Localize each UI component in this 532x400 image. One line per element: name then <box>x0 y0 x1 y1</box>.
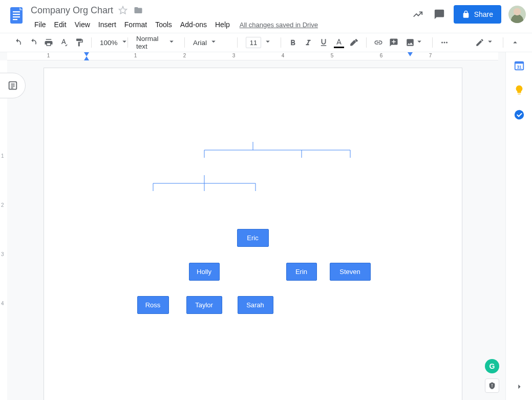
font-size-control[interactable] <box>243 36 275 49</box>
share-button[interactable]: Share <box>454 5 501 24</box>
title-meta: Company Org Chart File Edit View Insert … <box>31 4 411 31</box>
menu-bar: File Edit View Insert Format Tools Add-o… <box>31 18 411 31</box>
menu-format[interactable]: Format <box>121 19 151 30</box>
ruler-number: 1 <box>1 153 4 159</box>
explore-button[interactable] <box>485 378 499 393</box>
insert-image-button[interactable] <box>402 36 427 49</box>
bold-button[interactable] <box>286 36 300 49</box>
document-title[interactable]: Company Org Chart <box>31 5 113 16</box>
text-color-button[interactable] <box>332 36 346 49</box>
vertical-ruler[interactable]: 1234 <box>0 60 7 400</box>
svg-rect-4 <box>13 19 17 20</box>
account-avatar[interactable] <box>508 6 526 23</box>
add-comment-button[interactable] <box>387 36 400 49</box>
svg-marker-5 <box>119 7 127 14</box>
ruler-number: 2 <box>1 202 4 208</box>
chevron-down-icon <box>167 37 176 48</box>
org-node-holly[interactable]: Holly <box>189 263 220 281</box>
chevron-down-icon <box>209 37 218 48</box>
svg-rect-1 <box>13 11 20 12</box>
ruler-number: 5 <box>331 53 334 58</box>
org-node-steven[interactable]: Steven <box>330 263 371 281</box>
text-color-swatch <box>334 47 344 48</box>
more-tools-button[interactable] <box>438 36 451 49</box>
paragraph-style-value: Normal text <box>136 35 165 50</box>
svg-text:31: 31 <box>517 65 522 70</box>
font-size-input[interactable] <box>246 37 261 48</box>
ruler-number: 4 <box>282 53 285 58</box>
menu-file[interactable]: File <box>31 19 50 30</box>
print-button[interactable] <box>42 36 55 49</box>
org-node-taylor[interactable]: Taylor <box>186 296 222 314</box>
svg-rect-3 <box>13 16 20 17</box>
svg-rect-24 <box>515 62 523 64</box>
horizontal-ruler[interactable]: 11234567 <box>7 52 498 60</box>
zoom-dropdown[interactable]: 100% <box>97 36 122 49</box>
paragraph-style-dropdown[interactable]: Normal text <box>133 36 179 49</box>
redo-button[interactable] <box>27 36 40 49</box>
move-to-folder-icon[interactable] <box>134 6 143 15</box>
tasks-addon-icon[interactable] <box>510 106 528 124</box>
side-panel-expand-icon[interactable] <box>514 382 524 394</box>
org-node-erin[interactable]: Erin <box>286 263 317 281</box>
lock-icon <box>462 10 470 18</box>
italic-button[interactable] <box>302 36 315 49</box>
floating-badges: G <box>485 359 499 393</box>
font-dropdown[interactable]: Arial <box>190 36 232 49</box>
comments-icon[interactable] <box>432 7 446 22</box>
ruler-number: 6 <box>380 53 383 58</box>
docs-logo[interactable] <box>6 5 27 26</box>
ruler-number: 2 <box>183 53 186 58</box>
ruler-number: 4 <box>1 301 4 306</box>
editing-mode-button[interactable] <box>472 36 498 49</box>
highlight-button[interactable] <box>348 36 361 49</box>
toolbar: 100% Normal text Arial <box>0 33 532 52</box>
org-chart-connectors <box>99 124 407 227</box>
ruler-number: 3 <box>1 251 4 257</box>
ruler-number: 1 <box>134 53 137 58</box>
grammarly-icon[interactable]: G <box>485 359 499 373</box>
title-right-cluster: Share <box>411 4 526 24</box>
underline-button[interactable] <box>317 36 330 49</box>
document-scroll-area[interactable]: 11234567 1234 <box>0 52 505 400</box>
ruler-number: 3 <box>232 53 236 58</box>
collapse-toolbar-button[interactable] <box>508 36 522 49</box>
svg-point-8 <box>446 42 448 44</box>
zoom-value: 100% <box>100 39 118 47</box>
menu-tools[interactable]: Tools <box>152 19 176 30</box>
menu-addons[interactable]: Add-ons <box>177 19 210 30</box>
undo-button[interactable] <box>11 36 25 49</box>
org-node-eric[interactable]: Eric <box>237 229 269 247</box>
keep-addon-icon[interactable] <box>510 81 528 99</box>
org-node-sarah[interactable]: Sarah <box>238 296 273 314</box>
calendar-addon-icon[interactable]: 31 <box>510 56 528 75</box>
svg-rect-2 <box>13 14 20 15</box>
chevron-down-icon <box>263 37 272 48</box>
right-indent-marker[interactable] <box>408 52 413 56</box>
insert-link-button[interactable] <box>372 36 385 49</box>
side-panel: 31 <box>505 52 532 400</box>
ruler-number: 1 <box>47 53 50 58</box>
menu-insert[interactable]: Insert <box>95 19 120 30</box>
activity-icon[interactable] <box>411 7 425 22</box>
page[interactable]: Eric Holly Erin Steven Ross Taylor Sarah <box>44 68 462 400</box>
share-button-label: Share <box>474 10 493 18</box>
svg-point-7 <box>444 42 445 44</box>
chevron-down-icon <box>415 37 424 48</box>
workspace: 11234567 1234 <box>0 52 505 400</box>
menu-edit[interactable]: Edit <box>51 19 70 30</box>
star-icon[interactable] <box>118 6 127 15</box>
paint-format-button[interactable] <box>73 36 86 49</box>
org-node-ross[interactable]: Ross <box>137 296 169 314</box>
org-chart[interactable]: Eric Holly Erin Steven Ross Taylor Sarah <box>99 124 407 313</box>
svg-point-26 <box>514 110 523 119</box>
left-indent-marker[interactable] <box>84 52 89 56</box>
svg-point-6 <box>441 42 443 44</box>
menu-help[interactable]: Help <box>211 19 233 30</box>
title-bar: Company Org Chart File Edit View Insert … <box>0 0 532 33</box>
spellcheck-button[interactable] <box>57 36 71 49</box>
save-status[interactable]: All changes saved in Drive <box>240 21 318 29</box>
menu-view[interactable]: View <box>71 19 94 30</box>
first-line-indent-marker[interactable] <box>84 56 89 60</box>
document-outline-toggle[interactable] <box>0 73 26 98</box>
